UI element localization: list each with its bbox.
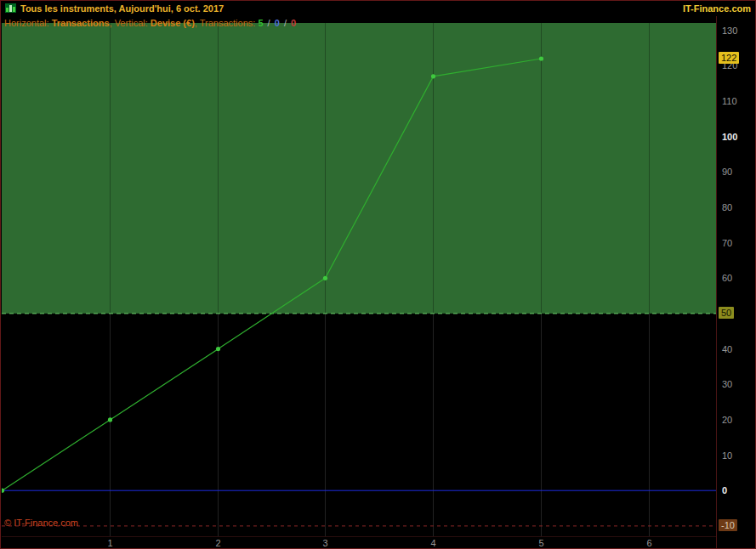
comma: , xyxy=(110,18,112,28)
comma: , xyxy=(195,18,197,28)
x-tick-label: 6 xyxy=(639,538,660,548)
y-tick-label: 130 xyxy=(722,25,737,37)
y-tick-label: 20 xyxy=(722,414,732,426)
y-tick-label: 40 xyxy=(722,343,732,355)
transactions-count-label: Transactions: xyxy=(200,18,256,28)
y-tick-label: 10 xyxy=(722,450,732,461)
y-tick-label: 50 xyxy=(719,307,734,319)
x-tick-label: 5 xyxy=(531,538,552,548)
x-tick-label: 4 xyxy=(423,538,444,548)
copyright-watermark: © IT-Finance.com xyxy=(4,518,78,528)
data-point[interactable] xyxy=(216,347,220,351)
horizontal-axis-value: Transactions xyxy=(52,18,110,28)
y-tick-label: 90 xyxy=(722,166,732,178)
y-tick-label: 80 xyxy=(722,201,732,213)
x-tick-label: 2 xyxy=(208,538,229,548)
green-zone xyxy=(2,23,716,314)
vertical-axis-value: Devise (€) xyxy=(151,18,195,28)
y-tick-label: 110 xyxy=(722,95,737,107)
instrument-chart-icon xyxy=(5,3,16,13)
y-tick-label: 30 xyxy=(722,378,732,390)
y-axis[interactable]: -100102030405060708090100110120130122 xyxy=(716,16,756,548)
chart-window: Tous les instruments, Aujourd'hui, 6 oct… xyxy=(0,0,756,549)
y-tick-label: -10 xyxy=(719,519,737,531)
last-price-badge: 122 xyxy=(719,52,739,64)
transactions-count-down: 0 xyxy=(291,18,296,28)
data-point[interactable] xyxy=(108,417,112,422)
y-tick-label: 0 xyxy=(722,484,727,496)
chart-title: Tous les instruments, Aujourd'hui, 6 oct… xyxy=(20,3,224,14)
title-bar: Tous les instruments, Aujourd'hui, 6 oct… xyxy=(1,1,755,16)
y-tick-label: 70 xyxy=(722,237,732,249)
transactions-count-neutral: 0 xyxy=(275,18,280,28)
transactions-count-up: 5 xyxy=(258,18,263,28)
y-tick-label: 60 xyxy=(722,272,732,284)
x-axis[interactable]: 123456 xyxy=(2,536,716,549)
vertical-axis-label: Vertical: xyxy=(115,18,148,28)
y-tick-label: 100 xyxy=(722,131,737,143)
plot-area[interactable] xyxy=(2,16,716,536)
brand-label: IT-Finance.com xyxy=(683,3,751,14)
data-point[interactable] xyxy=(431,74,435,78)
data-point[interactable] xyxy=(539,56,543,60)
data-point[interactable] xyxy=(323,276,327,280)
x-tick-label: 3 xyxy=(315,538,336,548)
count-separator: / xyxy=(266,18,272,28)
x-tick-label: 1 xyxy=(100,538,121,548)
axis-info-bar: Horizontal: Transactions, Vertical: Devi… xyxy=(4,18,296,28)
horizontal-axis-label: Horizontal: xyxy=(4,18,49,28)
count-separator: / xyxy=(282,18,288,28)
